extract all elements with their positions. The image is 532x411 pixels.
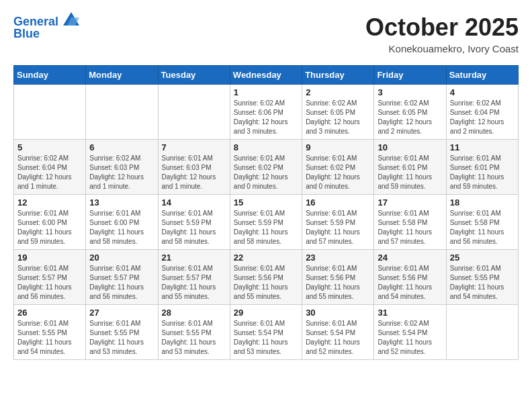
logo: General Blue [13, 13, 79, 41]
calendar-week-row: 1Sunrise: 6:02 AM Sunset: 6:06 PM Daylig… [14, 85, 519, 140]
day-info: Sunrise: 6:01 AM Sunset: 5:59 PM Dayligh… [162, 209, 226, 246]
day-info: Sunrise: 6:01 AM Sunset: 6:00 PM Dayligh… [89, 209, 154, 246]
day-number: 13 [89, 197, 154, 208]
calendar-day-cell: 24Sunrise: 6:01 AM Sunset: 5:56 PM Dayli… [374, 250, 446, 305]
day-info: Sunrise: 6:01 AM Sunset: 5:59 PM Dayligh… [234, 209, 298, 246]
calendar-day-cell: 5Sunrise: 6:02 AM Sunset: 6:04 PM Daylig… [14, 140, 86, 195]
day-info: Sunrise: 6:02 AM Sunset: 6:05 PM Dayligh… [378, 99, 442, 136]
day-number: 5 [17, 142, 82, 152]
day-number: 30 [306, 308, 370, 318]
day-number: 21 [162, 253, 226, 263]
calendar-week-row: 19Sunrise: 6:01 AM Sunset: 5:57 PM Dayli… [14, 250, 519, 305]
day-number: 16 [306, 197, 370, 208]
calendar-week-row: 12Sunrise: 6:01 AM Sunset: 6:00 PM Dayli… [14, 195, 519, 250]
day-info: Sunrise: 6:02 AM Sunset: 6:03 PM Dayligh… [89, 154, 154, 191]
calendar-day-cell: 2Sunrise: 6:02 AM Sunset: 6:05 PM Daylig… [302, 85, 374, 140]
day-info: Sunrise: 6:01 AM Sunset: 6:01 PM Dayligh… [450, 154, 515, 191]
day-info: Sunrise: 6:02 AM Sunset: 5:54 PM Dayligh… [378, 319, 442, 357]
day-number: 15 [234, 197, 298, 208]
day-info: Sunrise: 6:02 AM Sunset: 6:04 PM Dayligh… [450, 99, 515, 136]
day-info: Sunrise: 6:01 AM Sunset: 5:59 PM Dayligh… [306, 209, 370, 246]
day-info: Sunrise: 6:01 AM Sunset: 5:57 PM Dayligh… [162, 264, 226, 302]
calendar-header-row: SundayMondayTuesdayWednesdayThursdayFrid… [14, 66, 519, 85]
calendar-day-cell: 3Sunrise: 6:02 AM Sunset: 6:05 PM Daylig… [374, 85, 446, 140]
day-info: Sunrise: 6:01 AM Sunset: 5:57 PM Dayligh… [17, 264, 82, 302]
day-number: 4 [450, 87, 515, 97]
day-number: 19 [17, 253, 82, 263]
weekday-header: Saturday [446, 66, 518, 85]
day-number: 3 [378, 87, 442, 97]
weekday-header: Monday [86, 66, 158, 85]
calendar-day-cell [446, 305, 518, 360]
day-number: 26 [17, 308, 82, 318]
day-info: Sunrise: 6:01 AM Sunset: 6:02 PM Dayligh… [234, 154, 298, 191]
calendar-day-cell: 15Sunrise: 6:01 AM Sunset: 5:59 PM Dayli… [230, 195, 302, 250]
day-number: 29 [234, 308, 298, 318]
weekday-header: Wednesday [230, 66, 302, 85]
day-number: 6 [89, 142, 154, 152]
weekday-header: Friday [374, 66, 446, 85]
day-info: Sunrise: 6:01 AM Sunset: 6:03 PM Dayligh… [162, 154, 226, 191]
calendar-day-cell: 17Sunrise: 6:01 AM Sunset: 5:58 PM Dayli… [374, 195, 446, 250]
day-info: Sunrise: 6:01 AM Sunset: 5:55 PM Dayligh… [162, 319, 226, 357]
page-header: General Blue October 2025 Konekouamekro,… [13, 13, 519, 54]
calendar-day-cell: 18Sunrise: 6:01 AM Sunset: 5:58 PM Dayli… [446, 195, 518, 250]
weekday-header: Sunday [14, 66, 86, 85]
day-number: 24 [378, 253, 442, 263]
calendar-week-row: 26Sunrise: 6:01 AM Sunset: 5:55 PM Dayli… [14, 305, 519, 360]
weekday-header: Thursday [302, 66, 374, 85]
day-info: Sunrise: 6:01 AM Sunset: 5:58 PM Dayligh… [378, 209, 442, 246]
day-info: Sunrise: 6:01 AM Sunset: 6:02 PM Dayligh… [306, 154, 370, 191]
day-number: 22 [234, 253, 298, 263]
day-info: Sunrise: 6:01 AM Sunset: 6:01 PM Dayligh… [378, 154, 442, 191]
title-block: October 2025 Konekouamekro, Ivory Coast [365, 13, 519, 54]
day-info: Sunrise: 6:01 AM Sunset: 5:54 PM Dayligh… [306, 319, 370, 357]
calendar-day-cell [158, 85, 230, 140]
calendar-day-cell: 23Sunrise: 6:01 AM Sunset: 5:56 PM Dayli… [302, 250, 374, 305]
day-number: 31 [378, 308, 442, 318]
day-number: 14 [162, 197, 226, 208]
day-number: 8 [234, 142, 298, 152]
calendar-day-cell: 29Sunrise: 6:01 AM Sunset: 5:54 PM Dayli… [230, 305, 302, 360]
day-info: Sunrise: 6:02 AM Sunset: 6:06 PM Dayligh… [234, 99, 298, 136]
day-number: 1 [234, 87, 298, 97]
calendar-day-cell: 31Sunrise: 6:02 AM Sunset: 5:54 PM Dayli… [374, 305, 446, 360]
calendar-day-cell: 12Sunrise: 6:01 AM Sunset: 6:00 PM Dayli… [14, 195, 86, 250]
calendar-day-cell: 6Sunrise: 6:02 AM Sunset: 6:03 PM Daylig… [86, 140, 158, 195]
day-info: Sunrise: 6:02 AM Sunset: 6:05 PM Dayligh… [306, 99, 370, 136]
calendar-day-cell: 10Sunrise: 6:01 AM Sunset: 6:01 PM Dayli… [374, 140, 446, 195]
calendar-table: SundayMondayTuesdayWednesdayThursdayFrid… [13, 65, 519, 360]
calendar-week-row: 5Sunrise: 6:02 AM Sunset: 6:04 PM Daylig… [14, 140, 519, 195]
calendar-day-cell: 9Sunrise: 6:01 AM Sunset: 6:02 PM Daylig… [302, 140, 374, 195]
calendar-day-cell: 19Sunrise: 6:01 AM Sunset: 5:57 PM Dayli… [14, 250, 86, 305]
day-number: 2 [306, 87, 370, 97]
day-info: Sunrise: 6:01 AM Sunset: 5:56 PM Dayligh… [378, 264, 442, 302]
calendar-day-cell: 4Sunrise: 6:02 AM Sunset: 6:04 PM Daylig… [446, 85, 518, 140]
calendar-day-cell: 25Sunrise: 6:01 AM Sunset: 5:55 PM Dayli… [446, 250, 518, 305]
day-number: 11 [450, 142, 515, 152]
day-number: 27 [89, 308, 154, 318]
day-number: 17 [378, 197, 442, 208]
calendar-day-cell: 28Sunrise: 6:01 AM Sunset: 5:55 PM Dayli… [158, 305, 230, 360]
day-number: 9 [306, 142, 370, 152]
day-info: Sunrise: 6:01 AM Sunset: 5:55 PM Dayligh… [450, 264, 515, 302]
day-info: Sunrise: 6:01 AM Sunset: 5:57 PM Dayligh… [89, 264, 154, 302]
calendar-day-cell [86, 85, 158, 140]
logo-icon [63, 12, 79, 26]
day-number: 18 [450, 197, 515, 208]
day-info: Sunrise: 6:01 AM Sunset: 5:54 PM Dayligh… [234, 319, 298, 357]
calendar-day-cell: 16Sunrise: 6:01 AM Sunset: 5:59 PM Dayli… [302, 195, 374, 250]
day-number: 12 [17, 197, 82, 208]
calendar-day-cell: 8Sunrise: 6:01 AM Sunset: 6:02 PM Daylig… [230, 140, 302, 195]
calendar-day-cell: 7Sunrise: 6:01 AM Sunset: 6:03 PM Daylig… [158, 140, 230, 195]
day-info: Sunrise: 6:01 AM Sunset: 5:55 PM Dayligh… [89, 319, 154, 357]
day-info: Sunrise: 6:02 AM Sunset: 6:04 PM Dayligh… [17, 154, 82, 191]
calendar-day-cell: 1Sunrise: 6:02 AM Sunset: 6:06 PM Daylig… [230, 85, 302, 140]
day-number: 20 [89, 253, 154, 263]
calendar-day-cell: 21Sunrise: 6:01 AM Sunset: 5:57 PM Dayli… [158, 250, 230, 305]
calendar-day-cell: 22Sunrise: 6:01 AM Sunset: 5:56 PM Dayli… [230, 250, 302, 305]
day-number: 7 [162, 142, 226, 152]
calendar-day-cell: 20Sunrise: 6:01 AM Sunset: 5:57 PM Dayli… [86, 250, 158, 305]
day-info: Sunrise: 6:01 AM Sunset: 5:56 PM Dayligh… [306, 264, 370, 302]
calendar-day-cell: 14Sunrise: 6:01 AM Sunset: 5:59 PM Dayli… [158, 195, 230, 250]
